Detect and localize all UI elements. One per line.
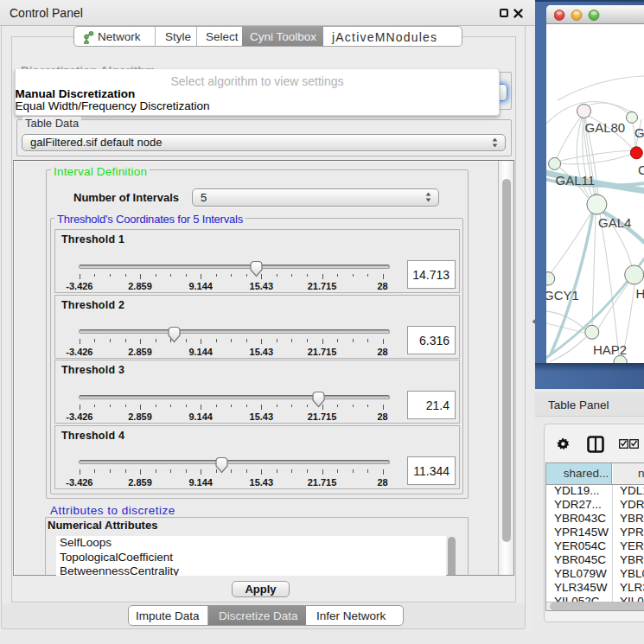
svg-text:GAL80: GAL80 (585, 120, 626, 135)
svg-text:GAL4: GAL4 (598, 215, 631, 230)
svg-text:GAL11: GAL11 (556, 173, 596, 188)
svg-text:C: C (638, 163, 644, 177)
svg-text:H: H (636, 286, 644, 301)
svg-text:HAP2: HAP2 (593, 342, 627, 357)
svg-text:GCY1: GCY1 (546, 288, 579, 303)
svg-text:GA: GA (634, 125, 644, 140)
